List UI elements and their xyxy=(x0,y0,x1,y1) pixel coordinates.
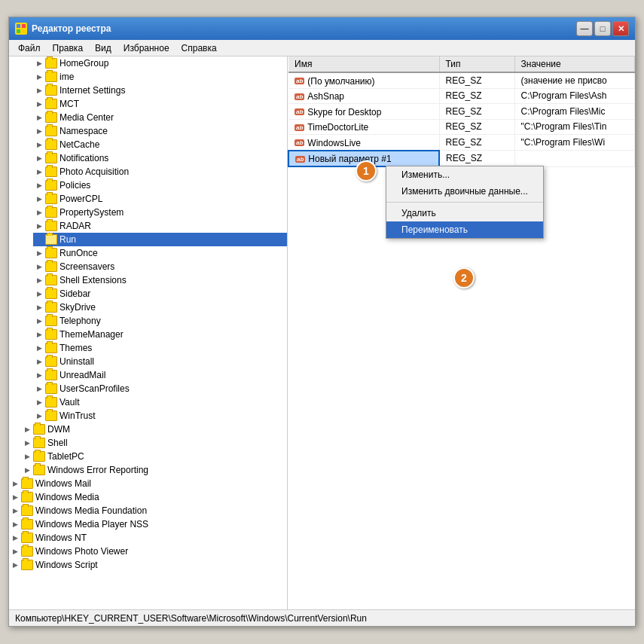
tree-item-userscanprofiles[interactable]: ▶ UserScanProfiles xyxy=(33,382,287,395)
menu-help[interactable]: Справка xyxy=(175,41,223,55)
tree-item-shell-extensions[interactable]: ▶ Shell Extensions xyxy=(33,273,287,287)
expander[interactable]: ▶ xyxy=(33,274,45,286)
tree-item-windows-mail[interactable]: ▶ Windows Mail xyxy=(9,477,287,490)
table-row[interactable]: ab Skype for Desktop REG_SZ C:\Program F… xyxy=(288,104,635,120)
expander[interactable]: ▶ xyxy=(33,383,45,395)
expander[interactable]: ▶ xyxy=(33,57,45,69)
tree-item-uninstall[interactable]: ▶ Uninstall xyxy=(33,355,287,368)
expander[interactable] xyxy=(33,233,45,246)
table-row[interactable]: ab TimeDoctorLite REG_SZ "C:\Program Fil… xyxy=(288,119,635,135)
table-row-new-param[interactable]: ab Новый параметр #1 REG_SZ xyxy=(288,151,635,167)
expander[interactable]: ▶ xyxy=(33,111,45,124)
table-row[interactable]: ab AshSnap REG_SZ C:\Program Files\Ash xyxy=(288,88,635,104)
tree-item-windows-media-player-nss[interactable]: ▶ Windows Media Player NSS xyxy=(9,517,287,531)
tree-item-wintrust[interactable]: ▶ WinTrust xyxy=(33,409,287,423)
expander[interactable]: ▶ xyxy=(21,464,33,476)
expander[interactable]: ▶ xyxy=(33,98,45,110)
tree-item-dwm[interactable]: ▶ DWM xyxy=(21,423,287,436)
tree-panel[interactable]: ▶ HomeGroup ▶ ime ▶ Internet Settings ▶ … xyxy=(9,56,288,609)
tree-item-propertysystem[interactable]: ▶ PropertySystem xyxy=(33,206,287,219)
tree-item-unreadmail[interactable]: ▶ UnreadMail xyxy=(33,368,287,382)
expander[interactable]: ▶ xyxy=(9,559,21,571)
expander[interactable]: ▶ xyxy=(9,532,21,544)
expander[interactable]: ▶ xyxy=(33,328,45,340)
tree-item-powercpl[interactable]: ▶ PowerCPL xyxy=(33,192,287,206)
expander[interactable]: ▶ xyxy=(33,84,45,96)
context-menu: Изменить... Изменить двоичные данные... … xyxy=(386,166,544,239)
tree-item-runonce[interactable]: ▶ RunOnce xyxy=(33,246,287,260)
expander[interactable]: ▶ xyxy=(33,288,45,300)
reg-name: ab AshSnap xyxy=(288,88,439,104)
context-menu-item-change[interactable]: Изменить... xyxy=(386,166,543,183)
expander[interactable]: ▶ xyxy=(33,139,45,151)
menu-view[interactable]: Вид xyxy=(89,41,118,55)
tree-item-shell[interactable]: ▶ Shell xyxy=(21,436,287,450)
tree-item-windows-error-reporting[interactable]: ▶ Windows Error Reporting xyxy=(21,463,287,477)
expander[interactable]: ▶ xyxy=(9,478,21,490)
minimize-button[interactable]: — xyxy=(576,21,593,36)
expander[interactable]: ▶ xyxy=(33,247,45,259)
expander[interactable]: ▶ xyxy=(21,450,33,462)
tree-item-policies[interactable]: ▶ Policies xyxy=(33,179,287,192)
expander[interactable]: ▶ xyxy=(33,410,45,422)
context-menu-item-rename[interactable]: Переименовать xyxy=(386,221,543,238)
expander[interactable]: ▶ xyxy=(33,315,45,327)
tree-item-internet-settings[interactable]: ▶ Internet Settings xyxy=(33,84,287,97)
tree-item-telephony[interactable]: ▶ Telephony xyxy=(33,314,287,328)
menu-edit[interactable]: Правка xyxy=(47,41,90,55)
expander[interactable]: ▶ xyxy=(33,166,45,178)
tree-item-windows-photo-viewer[interactable]: ▶ Windows Photo Viewer xyxy=(9,545,287,558)
expander[interactable]: ▶ xyxy=(33,179,45,191)
folder-icon xyxy=(45,288,57,299)
tree-item-run[interactable]: Run xyxy=(33,233,287,246)
tree-item-tabletpc[interactable]: ▶ TabletPC xyxy=(21,450,287,463)
expander[interactable]: ▶ xyxy=(33,220,45,232)
expander[interactable]: ▶ xyxy=(9,545,21,557)
tree-item-thememanager[interactable]: ▶ ThemeManager xyxy=(33,328,287,341)
table-row[interactable]: ab WindowsLive REG_SZ "C:\Program Files\… xyxy=(288,135,635,151)
tree-item-vault[interactable]: ▶ Vault xyxy=(33,395,287,409)
expander[interactable]: ▶ xyxy=(9,491,21,503)
expander[interactable]: ▶ xyxy=(9,518,21,530)
tree-item-windows-media[interactable]: ▶ Windows Media xyxy=(9,490,287,504)
tree-item-screensavers[interactable]: ▶ Screensavers xyxy=(33,260,287,273)
tree-item-windows-media-foundation[interactable]: ▶ Windows Media Foundation xyxy=(9,504,287,517)
tree-item-media-center[interactable]: ▶ Media Center xyxy=(33,111,287,124)
tree-item-homegroup[interactable]: ▶ HomeGroup xyxy=(33,56,287,70)
expander[interactable]: ▶ xyxy=(21,423,33,435)
expander[interactable]: ▶ xyxy=(33,396,45,408)
expander[interactable]: ▶ xyxy=(33,356,45,368)
expander[interactable]: ▶ xyxy=(33,71,45,83)
expander[interactable]: ▶ xyxy=(33,193,45,205)
menu-file[interactable]: Файл xyxy=(12,41,47,55)
tree-item-themes[interactable]: ▶ Themes xyxy=(33,341,287,355)
expander[interactable]: ▶ xyxy=(9,505,21,517)
tree-item-photo-acquisition[interactable]: ▶ Photo Acquisition xyxy=(33,165,287,179)
tree-item-mct[interactable]: ▶ MCT xyxy=(33,97,287,111)
expander[interactable]: ▶ xyxy=(33,261,45,273)
tree-item-sidebar[interactable]: ▶ Sidebar xyxy=(33,287,287,301)
tree-item-netcache[interactable]: ▶ NetCache xyxy=(33,138,287,151)
expander[interactable]: ▶ xyxy=(33,369,45,381)
expander[interactable]: ▶ xyxy=(33,125,45,137)
menu-favorites[interactable]: Избранное xyxy=(118,41,175,55)
expander[interactable]: ▶ xyxy=(33,342,45,354)
tree-label: Run xyxy=(60,234,76,245)
tree-item-notifications[interactable]: ▶ Notifications xyxy=(33,151,287,165)
table-row[interactable]: ab (По умолчанию) REG_SZ (значение не пр… xyxy=(288,72,635,88)
expander[interactable]: ▶ xyxy=(33,152,45,164)
context-menu-item-delete[interactable]: Удалить xyxy=(386,205,543,221)
close-button[interactable]: ✕ xyxy=(612,21,629,36)
tree-item-windows-script[interactable]: ▶ Windows Script xyxy=(9,558,287,572)
tree-item-radar[interactable]: ▶ RADAR xyxy=(33,219,287,233)
maximize-button[interactable]: □ xyxy=(594,21,611,36)
expander[interactable]: ▶ xyxy=(33,206,45,218)
expander[interactable]: ▶ xyxy=(21,437,33,449)
tree-item-namespace[interactable]: ▶ Namespace xyxy=(33,124,287,138)
tree-item-ime[interactable]: ▶ ime xyxy=(33,70,287,84)
context-menu-item-change-binary[interactable]: Изменить двоичные данные... xyxy=(386,183,543,200)
tree-item-windows-nt[interactable]: ▶ Windows NT xyxy=(9,531,287,545)
tree-item-skydrive[interactable]: ▶ SkyDrive xyxy=(33,301,287,314)
svg-rect-0 xyxy=(17,24,20,28)
expander[interactable]: ▶ xyxy=(33,301,45,313)
